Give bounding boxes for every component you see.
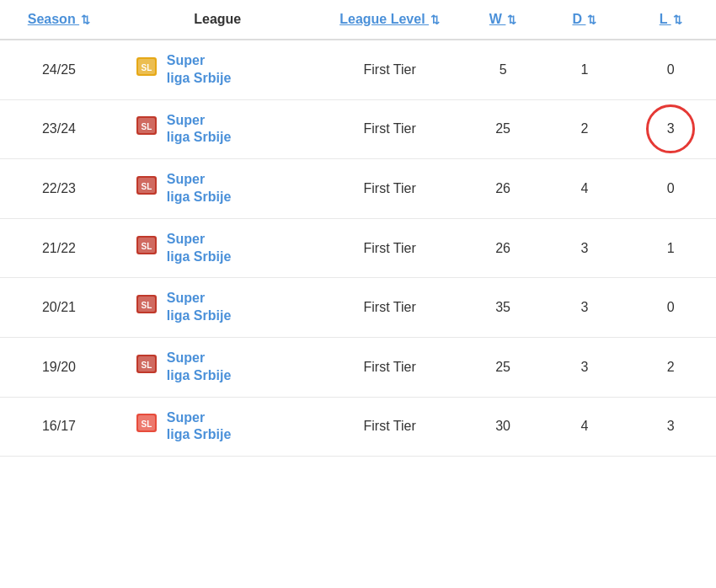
cell-league: SL Superliga Srbije [118,159,318,219]
cell-league: SL Superliga Srbije [118,397,318,457]
cell-d: 4 [544,397,626,457]
svg-text:SL: SL [141,122,152,131]
league-name-link[interactable]: Superliga Srbije [167,171,231,206]
table-row: 20/21 SL Superliga Srbije First Tier3530 [0,278,716,338]
cell-w: 5 [462,40,544,99]
w-sort-icon: ⇅ [507,13,516,26]
cell-league-level: First Tier [318,397,462,457]
l-sort-icon: ⇅ [673,13,682,26]
svg-text:SL: SL [141,301,152,310]
season-sort-icon: ⇅ [81,13,90,26]
cell-l: 0 [625,278,716,338]
cell-w: 35 [462,278,544,338]
cell-l: 1 [625,218,716,278]
league-name-link[interactable]: Superliga Srbije [167,52,231,88]
league-name-link[interactable]: Superliga Srbije [167,409,231,445]
annotated-value: 3 [667,121,675,136]
svg-text:SL: SL [141,361,152,370]
cell-season: 24/25 [0,40,118,99]
cell-w: 25 [462,99,544,159]
cell-d: 1 [544,40,626,99]
table-row: 24/25 SL Superliga Srbije First Tier510 [0,40,716,99]
cell-season: 16/17 [0,397,118,457]
svg-text:SL: SL [141,63,152,72]
cell-league-level: First Tier [318,337,462,397]
header-w[interactable]: W ⇅ [462,0,544,40]
league-logo-icon: SL [133,292,160,323]
header-league-level[interactable]: League Level ⇅ [318,0,462,40]
header-l[interactable]: L ⇅ [625,0,716,40]
header-season[interactable]: Season ⇅ [0,0,118,40]
league-logo-icon: SL [133,352,160,382]
cell-league: SL Superliga Srbije [118,40,318,99]
cell-w: 30 [462,397,544,457]
cell-season: 22/23 [0,159,118,219]
cell-league: SL Superliga Srbije [118,278,318,338]
cell-league-level: First Tier [318,159,462,219]
league-logo-icon: SL [133,114,160,144]
league-label: League [194,12,241,26]
table-row: 21/22 SL Superliga Srbije First Tier2631 [0,218,716,278]
stats-table: Season ⇅ League League Level ⇅ W ⇅ D ⇅ L… [0,0,716,457]
l-sort-link[interactable]: L ⇅ [660,12,682,26]
league-name-link[interactable]: Superliga Srbije [167,290,231,325]
cell-l: 2 [625,337,716,397]
cell-d: 3 [544,218,626,278]
table-row: 19/20 SL Superliga Srbije First Tier2532 [0,337,716,397]
cell-l: 3 [625,397,716,457]
d-sort-link[interactable]: D ⇅ [572,12,596,26]
table-row: 22/23 SL Superliga Srbije First Tier2640 [0,159,716,219]
cell-season: 23/24 [0,99,118,159]
cell-league-level: First Tier [318,218,462,278]
cell-d: 3 [544,337,626,397]
table-row: 23/24 SL Superliga Srbije First Tier2523 [0,99,716,159]
league-logo-icon: SL [133,174,160,204]
cell-season: 19/20 [0,337,118,397]
cell-l: 0 [625,159,716,219]
svg-text:SL: SL [141,182,152,191]
cell-d: 2 [544,99,626,159]
cell-league: SL Superliga Srbije [118,99,318,159]
table-header-row: Season ⇅ League League Level ⇅ W ⇅ D ⇅ L… [0,0,716,40]
league-level-sort-icon: ⇅ [430,13,440,26]
season-sort-link[interactable]: Season ⇅ [28,12,90,26]
svg-text:SL: SL [141,242,152,251]
cell-w: 25 [462,337,544,397]
w-sort-link[interactable]: W ⇅ [489,12,517,26]
cell-l: 0 [625,40,716,99]
league-level-sort-link[interactable]: League Level ⇅ [339,12,440,26]
cell-season: 21/22 [0,218,118,278]
league-logo-icon: SL [133,55,160,85]
cell-league: SL Superliga Srbije [118,218,318,278]
cell-w: 26 [462,159,544,219]
cell-league-level: First Tier [318,99,462,159]
cell-w: 26 [462,218,544,278]
cell-league-level: First Tier [318,40,462,99]
cell-league: SL Superliga Srbije [118,337,318,397]
header-d[interactable]: D ⇅ [544,0,626,40]
league-name-link[interactable]: Superliga Srbije [167,350,231,385]
league-logo-icon: SL [133,233,160,264]
league-name-link[interactable]: Superliga Srbije [167,112,231,147]
cell-league-level: First Tier [318,278,462,338]
header-league: League [118,0,318,40]
d-sort-icon: ⇅ [587,13,596,26]
league-logo-icon: SL [133,411,160,441]
cell-d: 4 [544,159,626,219]
svg-text:SL: SL [141,420,152,429]
cell-l: 3 [625,99,716,159]
cell-season: 20/21 [0,278,118,338]
league-name-link[interactable]: Superliga Srbije [167,231,231,266]
cell-d: 3 [544,278,626,338]
table-row: 16/17 SL Superliga Srbije First Tier3043 [0,397,716,457]
